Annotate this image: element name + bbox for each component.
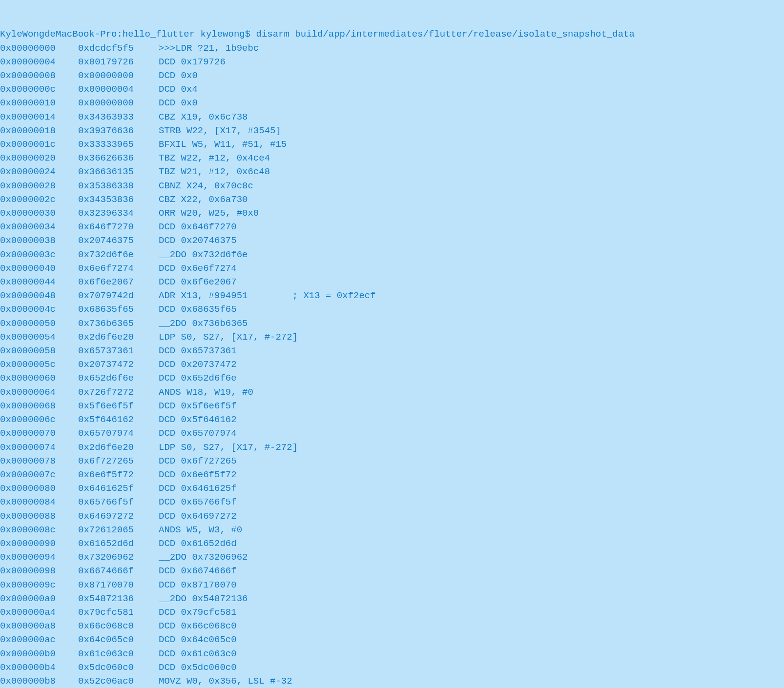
instruction: DCD 0x65707974 bbox=[159, 426, 237, 440]
opcode: 0x20746375 bbox=[78, 234, 159, 247]
address: 0x0000002c bbox=[0, 193, 78, 206]
disasm-row: 0x0000004c0x68635f65DCD 0x68635f65 bbox=[0, 303, 784, 316]
address: 0x00000024 bbox=[0, 165, 78, 179]
disasm-row: 0x0000006c0x5f646162DCD 0x5f646162 bbox=[0, 413, 784, 426]
instruction: CBNZ X24, 0x70c8c bbox=[159, 179, 253, 193]
opcode: 0x6e6f5f72 bbox=[78, 468, 159, 482]
disasm-row: 0x0000002c0x34353836CBZ X22, 0x6a730 bbox=[0, 193, 784, 206]
disasm-row: 0x000000000xdcdcf5f5>>>LDR ?21, 1b9ebc bbox=[0, 41, 784, 55]
instruction: DCD 0x87170070 bbox=[159, 578, 237, 592]
opcode: 0xdcdcf5f5 bbox=[78, 41, 159, 55]
shell-prompt-line: KyleWongdeMacBook-Pro:hello_flutter kyle… bbox=[0, 27, 784, 41]
opcode: 0x68635f65 bbox=[78, 303, 159, 316]
disasm-row: 0x000000200x36626636TBZ W22, #12, 0x4ce4 bbox=[0, 151, 784, 165]
opcode: 0x646f7270 bbox=[78, 220, 159, 234]
address: 0x000000a0 bbox=[0, 592, 78, 606]
opcode: 0x2d6f6e20 bbox=[78, 441, 159, 454]
disasm-row: 0x000000b80x52c06ac0MOVZ W0, 0x356, LSL … bbox=[0, 674, 784, 688]
terminal-output[interactable]: KyleWongdeMacBook-Pro:hello_flutter kyle… bbox=[0, 0, 784, 688]
disasm-row: 0x000000300x32396334ORR W20, W25, #0x0 bbox=[0, 206, 784, 220]
address: 0x00000048 bbox=[0, 289, 78, 303]
address: 0x00000060 bbox=[0, 371, 78, 385]
address: 0x00000050 bbox=[0, 317, 78, 330]
address: 0x00000028 bbox=[0, 179, 78, 193]
instruction: DCD 0x6e6f5f72 bbox=[159, 468, 237, 482]
address: 0x00000064 bbox=[0, 385, 78, 399]
instruction: DCD 0x0 bbox=[159, 96, 198, 110]
instruction: DCD 0x61652d6d bbox=[159, 537, 237, 550]
address: 0x0000007c bbox=[0, 468, 78, 482]
disasm-row: 0x000000940x73206962__2DO 0x73206962 bbox=[0, 550, 784, 564]
instruction: DCD 0x4 bbox=[159, 82, 198, 96]
opcode: 0x20737472 bbox=[78, 358, 159, 371]
address: 0x0000003c bbox=[0, 248, 78, 262]
instruction: DCD 0x5f6e6f5f bbox=[159, 399, 237, 413]
opcode: 0x79cfc581 bbox=[78, 606, 159, 619]
address: 0x00000054 bbox=[0, 330, 78, 344]
address: 0x00000098 bbox=[0, 564, 78, 578]
disasm-row: 0x000000a00x54872136__2DO 0x54872136 bbox=[0, 592, 784, 606]
instruction: TBZ W22, #12, 0x4ce4 bbox=[159, 151, 270, 165]
instruction: DCD 0x6f727265 bbox=[159, 454, 237, 468]
address: 0x00000094 bbox=[0, 550, 78, 564]
instruction: CBZ X22, 0x6a730 bbox=[159, 193, 248, 206]
opcode: 0x2d6f6e20 bbox=[78, 330, 159, 344]
address: 0x00000080 bbox=[0, 482, 78, 495]
disasm-row: 0x0000001c0x33333965BFXIL W5, W11, #51, … bbox=[0, 138, 784, 151]
disasm-row: 0x000000400x6e6f7274DCD 0x6e6f7274 bbox=[0, 262, 784, 275]
instruction: DCD 0x68635f65 bbox=[159, 303, 237, 316]
opcode: 0x52c06ac0 bbox=[78, 674, 159, 688]
opcode: 0x726f7272 bbox=[78, 385, 159, 399]
instruction: DCD 0x66c068c0 bbox=[159, 619, 237, 633]
disasm-row: 0x000000700x65707974DCD 0x65707974 bbox=[0, 426, 784, 440]
disasm-row: 0x000000800x6461625fDCD 0x6461625f bbox=[0, 482, 784, 495]
address: 0x0000000c bbox=[0, 82, 78, 96]
address: 0x00000034 bbox=[0, 220, 78, 234]
disasm-row: 0x000000540x2d6f6e20LDP S0, S27, [X17, #… bbox=[0, 330, 784, 344]
disasm-row: 0x000000840x65766f5fDCD 0x65766f5f bbox=[0, 495, 784, 509]
cwd: hello_flutter bbox=[123, 29, 195, 40]
opcode: 0x36626636 bbox=[78, 151, 159, 165]
disasm-row: 0x000000600x652d6f6eDCD 0x652d6f6e bbox=[0, 371, 784, 385]
opcode: 0x00000000 bbox=[78, 69, 159, 82]
instruction: MOVZ W0, 0x356, LSL #-32 bbox=[159, 674, 292, 688]
opcode: 0x35386338 bbox=[78, 179, 159, 193]
address: 0x0000005c bbox=[0, 358, 78, 371]
disasm-row: 0x000000100x00000000DCD 0x0 bbox=[0, 96, 784, 110]
disasm-row: 0x000000a40x79cfc581DCD 0x79cfc581 bbox=[0, 606, 784, 619]
instruction: ADR X13, #994951 ; X13 = 0xf2ecf bbox=[159, 289, 376, 303]
instruction: DCD 0x65766f5f bbox=[159, 495, 237, 509]
disasm-row: 0x000000380x20746375DCD 0x20746375 bbox=[0, 234, 784, 247]
instruction: DCD 0x6f6e2067 bbox=[159, 275, 237, 289]
instruction: __2DO 0x736b6365 bbox=[159, 317, 248, 330]
opcode: 0x39376636 bbox=[78, 124, 159, 138]
disasm-row: 0x000000480x7079742dADR X13, #994951 ; X… bbox=[0, 289, 784, 303]
address: 0x0000001c bbox=[0, 138, 78, 151]
opcode: 0x5dc060c0 bbox=[78, 661, 159, 674]
address: 0x000000b4 bbox=[0, 661, 78, 674]
opcode: 0x00000004 bbox=[78, 82, 159, 96]
address: 0x0000004c bbox=[0, 303, 78, 316]
instruction: DCD 0x179726 bbox=[159, 55, 226, 69]
disasm-row: 0x000000880x64697272DCD 0x64697272 bbox=[0, 509, 784, 523]
address: 0x00000058 bbox=[0, 344, 78, 358]
opcode: 0x72612065 bbox=[78, 523, 159, 537]
disasm-row: 0x000000240x36636135TBZ W21, #12, 0x6c48 bbox=[0, 165, 784, 179]
disasm-row: 0x0000009c0x87170070DCD 0x87170070 bbox=[0, 578, 784, 592]
disasm-row: 0x000000140x34363933CBZ X19, 0x6c738 bbox=[0, 110, 784, 124]
address: 0x00000084 bbox=[0, 495, 78, 509]
address: 0x00000044 bbox=[0, 275, 78, 289]
opcode: 0x6461625f bbox=[78, 482, 159, 495]
opcode: 0x32396334 bbox=[78, 206, 159, 220]
instruction: DCD 0x5f646162 bbox=[159, 413, 237, 426]
instruction: DCD 0x646f7270 bbox=[159, 220, 237, 234]
instruction: DCD 0x6e6f7274 bbox=[159, 262, 237, 275]
instruction: DCD 0x6674666f bbox=[159, 564, 237, 578]
instruction: ORR W20, W25, #0x0 bbox=[159, 206, 259, 220]
instruction: DCD 0x65737361 bbox=[159, 344, 237, 358]
disasm-row: 0x000000180x39376636STRB W22, [X17, #354… bbox=[0, 124, 784, 138]
instruction: __2DO 0x73206962 bbox=[159, 550, 248, 564]
command: disarm build/app/intermediates/flutter/r… bbox=[256, 29, 635, 40]
instruction: STRB W22, [X17, #3545] bbox=[159, 124, 281, 138]
instruction: ANDS W5, W3, #0 bbox=[159, 523, 242, 537]
